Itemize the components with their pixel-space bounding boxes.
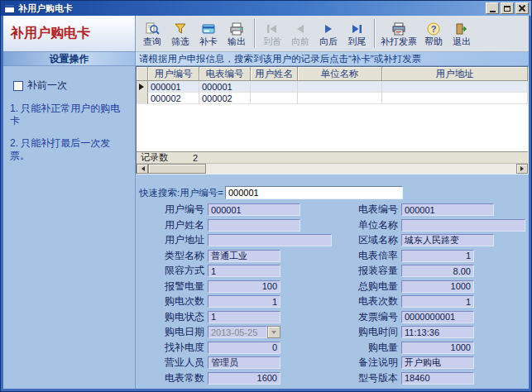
field-label: 备注说明: [357, 356, 398, 370]
horizontal-scrollbar[interactable]: [137, 163, 528, 174]
field-value[interactable]: 管理员: [208, 356, 280, 369]
form-col-left: 用户编号000001用户姓名用户地址类型名称普通工业限容方式1报警电量100购电…: [163, 203, 333, 389]
toolbar-button-label: 退出: [453, 36, 471, 46]
field-value[interactable]: 普通工业: [208, 250, 280, 262]
toolbar-button-label: 查询: [143, 36, 161, 46]
titlebar[interactable]: 补用户购电卡: [1, 1, 531, 16]
field-label: 电表编号: [357, 203, 398, 217]
table-row[interactable]: 000002000002: [137, 93, 528, 104]
table-cell: [298, 93, 382, 104]
field-value[interactable]: 1000: [401, 342, 474, 354]
scroll-right-button[interactable]: [516, 164, 528, 174]
reissue-previous-checkbox[interactable]: [13, 81, 23, 91]
field-value[interactable]: 1600: [208, 372, 280, 385]
form-row: 购电日期2013-05-25: [163, 326, 333, 338]
field-value[interactable]: 1: [208, 295, 280, 308]
field-value[interactable]: 2013-05-25: [208, 326, 267, 338]
field-value[interactable]: 1: [401, 295, 474, 308]
toolbar-button-label: 到尾: [347, 36, 366, 46]
last-icon: [349, 22, 364, 36]
toolbar-button-label: 补卡: [199, 36, 218, 46]
minimize-button[interactable]: [486, 2, 499, 14]
table-cell: 000002: [199, 93, 251, 104]
field-value[interactable]: 1: [401, 250, 474, 262]
maximize-button[interactable]: [501, 2, 514, 14]
form-row: 营业人员管理员: [163, 356, 333, 369]
scrollbar-thumb[interactable]: [148, 164, 206, 174]
field-value[interactable]: 1: [208, 311, 280, 323]
toolbar-button-first[interactable]: 到首: [258, 17, 286, 50]
field-label: 用户编号: [163, 203, 204, 217]
quick-search-input[interactable]: [225, 186, 403, 199]
table-row[interactable]: 000001000001: [137, 81, 528, 93]
form-row: 用户姓名: [163, 219, 333, 232]
grid-body[interactable]: 000001000001000002000002: [137, 81, 528, 151]
toolbar-button-label: 向前: [291, 36, 309, 46]
field-label: 购电时间: [357, 325, 398, 339]
table-cell: [251, 81, 298, 93]
form-row: 用户编号000001: [163, 203, 333, 216]
toolbar-button-label: 补打发票: [381, 36, 417, 46]
field-value[interactable]: 18460: [401, 372, 474, 385]
field-value[interactable]: [208, 234, 332, 246]
sidebar: 设置操作 补前一次 1. 只能补正常用户的购电卡 2. 只能补打最后一次发票。: [3, 52, 136, 389]
table-cell: 000002: [148, 93, 199, 104]
toolbar-button-help[interactable]: ?帮助: [419, 17, 448, 50]
field-label: 总购电量: [357, 280, 398, 294]
field-label: 报装容量: [357, 264, 398, 278]
field-value[interactable]: 0000000001: [401, 311, 474, 323]
field-label: 类型名称: [163, 249, 204, 263]
invoice-icon: [391, 22, 406, 36]
toolbar-button-label: 帮助: [424, 36, 443, 46]
toolbar-separator: [374, 19, 375, 48]
form-row: 电表次数1: [357, 295, 529, 308]
column-header[interactable]: 单位名称: [298, 67, 382, 81]
form-row: 总购电量1000: [357, 280, 529, 293]
toolbar-button-export[interactable]: 输出: [223, 17, 251, 50]
form-row: 发票编号0000000001: [357, 311, 529, 323]
field-value[interactable]: 000001: [208, 203, 300, 216]
close-button[interactable]: [515, 2, 529, 14]
column-header[interactable]: 用户姓名: [251, 67, 298, 81]
field-value[interactable]: [208, 219, 300, 232]
window-title: 补用户购电卡: [18, 2, 484, 15]
field-value[interactable]: 8.00: [401, 265, 474, 277]
field-value[interactable]: 000001: [401, 203, 494, 216]
toolbar-button-card[interactable]: 补卡: [194, 17, 223, 50]
form-row: 型号版本18460: [357, 372, 529, 385]
toolbar-button-search[interactable]: 查询: [138, 17, 166, 50]
card-icon: [201, 22, 216, 36]
form-row: 用户地址: [163, 234, 333, 246]
form-area: 用户编号000001用户姓名用户地址类型名称普通工业限容方式1报警电量100购电…: [136, 200, 529, 389]
toolbar-button-last[interactable]: 到尾: [343, 17, 371, 50]
content-row: 设置操作 补前一次 1. 只能补正常用户的购电卡 2. 只能补打最后一次发票。 …: [3, 52, 529, 389]
field-value[interactable]: 1000: [401, 280, 474, 293]
table-cell: [382, 81, 528, 93]
column-header[interactable]: 用户编号: [148, 67, 199, 81]
field-value[interactable]: 100: [208, 280, 280, 293]
field-value[interactable]: 1: [208, 265, 280, 277]
scrollbar-track[interactable]: [206, 164, 516, 174]
row-indicator-header: [137, 67, 148, 81]
column-header[interactable]: 电表编号: [199, 67, 251, 81]
scroll-left-icon: [139, 166, 145, 171]
close-icon: [519, 5, 525, 12]
field-value[interactable]: 开户购电: [401, 356, 474, 369]
field-value[interactable]: 城东人民路变: [401, 234, 494, 246]
field-value[interactable]: [401, 219, 525, 232]
filter-icon: [173, 22, 188, 36]
record-count-label: 记录数: [137, 151, 191, 164]
field-value[interactable]: 11:13:36: [401, 326, 474, 338]
column-header[interactable]: 用户地址: [382, 67, 528, 81]
checkbox-label: 补前一次: [27, 79, 67, 93]
field-value[interactable]: 0: [208, 342, 280, 354]
toolbar-button-prev[interactable]: 向前: [286, 17, 314, 50]
scroll-left-button[interactable]: [137, 164, 148, 174]
form-row: 单位名称: [357, 219, 529, 232]
toolbar-button-filter[interactable]: 筛选: [166, 17, 194, 50]
date-dropdown-button[interactable]: [267, 326, 280, 338]
toolbar-button-exit[interactable]: 退出: [448, 17, 476, 50]
field-label: 电表常数: [163, 371, 204, 385]
toolbar-button-invoice[interactable]: 补打发票: [378, 17, 419, 50]
toolbar-button-next[interactable]: 向后: [314, 17, 343, 50]
